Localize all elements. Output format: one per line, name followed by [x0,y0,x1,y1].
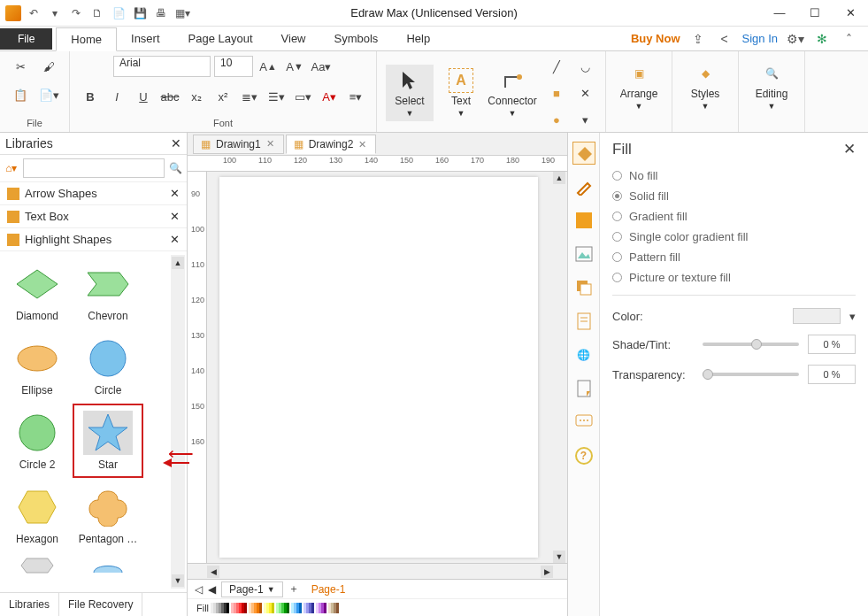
shape-star[interactable]: Star [73,404,143,478]
close-icon[interactable]: ✕ [358,139,366,150]
chevron-down-icon[interactable]: ▾ [849,310,856,323]
swatch-strip[interactable] [276,603,289,613]
libraries-scrollbar[interactable]: ▲ ▼ [171,255,185,589]
format-painter-icon[interactable]: 🖌 [37,55,60,78]
swatch-strip[interactable] [264,603,274,613]
shape-circle2[interactable]: Circle 2 [2,404,73,478]
copy-icon[interactable]: 📋 [9,83,32,106]
minimize-button[interactable]: — [762,0,797,27]
fill-bucket-icon[interactable] [572,142,595,165]
section-close-icon[interactable]: ✕ [170,187,180,200]
page-tab-active[interactable]: Page-1 [304,582,353,597]
footer-tab-libraries[interactable]: Libraries [0,593,59,616]
oval-shape-icon[interactable]: ● [545,108,568,131]
scroll-left-icon[interactable]: ◀ [207,566,219,578]
line-shape-icon[interactable]: ╱ [545,55,568,78]
search-icon[interactable]: 🔍 [168,160,184,176]
shape-circle[interactable]: Circle [73,329,143,404]
fill-option-solid[interactable]: Solid fill [612,186,856,206]
increase-font-icon[interactable]: A▲ [257,55,280,78]
transparency-spinner[interactable]: 0 % [808,365,856,384]
section-arrow-shapes[interactable]: Arrow Shapes✕ [0,182,187,205]
file-menu[interactable]: File [0,28,52,50]
scroll-up-icon[interactable]: ▲ [172,257,184,269]
fill-option-gradient[interactable]: Gradient fill [612,206,856,227]
swatch-strip[interactable] [316,603,326,613]
doc-tab-1[interactable]: ▦Drawing1✕ [193,135,284,154]
tab-symbols[interactable]: Symbols [320,27,393,50]
swatch-strip[interactable] [249,603,262,613]
swatch-strip[interactable] [211,603,229,613]
qat-new-icon[interactable]: 🗋 [88,4,106,22]
align-icon[interactable]: ≡▾ [344,85,367,108]
text-tool[interactable]: A Text▼ [437,65,485,121]
qat-print-icon[interactable]: 🖶 [152,4,170,22]
footer-tab-recovery[interactable]: File Recovery [59,593,142,616]
font-color-icon[interactable]: A▾ [318,85,341,108]
fill-option-single-gradient[interactable]: Single color gradient fill [612,227,856,247]
section-text-box[interactable]: Text Box✕ [0,205,187,228]
page-tab-1[interactable]: Page-1▼ [221,581,283,597]
tab-home[interactable]: Home [56,27,117,51]
decrease-font-icon[interactable]: A▼ [283,55,306,78]
libraries-search-input[interactable] [23,158,165,178]
swatch-strip[interactable] [291,603,302,613]
fill-option-pattern[interactable]: Pattern fill [612,247,856,267]
strike-button[interactable]: abc [158,85,181,108]
shade-slider[interactable] [703,343,799,346]
scroll-right-icon[interactable]: ▶ [541,566,553,578]
rect-shape-icon[interactable]: ■ [545,81,568,104]
settings-icon[interactable]: ⚙▾ [787,30,804,48]
more-shapes-icon[interactable]: ▾ [573,108,596,131]
color-picker[interactable] [793,308,841,324]
superscript-button[interactable]: x² [211,85,234,108]
export-icon[interactable]: ⇪ [689,30,707,48]
styles-tool[interactable]: ◆Styles▼ [681,58,729,114]
editing-tool[interactable]: 🔍Editing▼ [748,58,795,114]
fill-close-icon[interactable]: ✕ [843,140,856,158]
shape-pentagon[interactable]: Pentagon … [73,478,143,552]
image-icon[interactable] [572,243,595,266]
home-icon[interactable]: ⌂▾ [4,160,19,176]
logo-icon[interactable]: ✻ [813,30,831,48]
underline-button[interactable]: U [132,85,155,108]
close-button[interactable]: ✕ [833,0,868,27]
collapse-ribbon-icon[interactable]: ˄ [840,30,857,48]
share-icon[interactable]: < [716,30,734,48]
qat-more-icon[interactable]: ▦▾ [173,4,191,22]
arc-shape-icon[interactable]: ◡ [573,55,596,78]
section-highlight-shapes[interactable]: Highlight Shapes✕ [0,228,187,251]
qat-save-icon[interactable]: 💾 [131,4,149,22]
scroll-up-icon[interactable]: ▲ [553,172,565,184]
sign-in-link[interactable]: Sign In [742,32,778,45]
section-close-icon[interactable]: ✕ [170,233,180,246]
subscript-button[interactable]: x₂ [185,85,208,108]
color-square-icon[interactable] [572,209,595,232]
slider-knob[interactable] [703,369,713,380]
shape-partial2[interactable] [73,552,143,579]
line-spacing-icon[interactable]: ≣▾ [238,85,261,108]
qat-open-icon[interactable]: 📄 [110,4,127,22]
document-icon[interactable] [572,310,595,333]
section-close-icon[interactable]: ✕ [170,210,180,223]
cut-icon[interactable]: ✂ [9,55,32,78]
doc-tab-2[interactable]: ▦Drawing2✕ [286,135,377,154]
libraries-close-icon[interactable]: ✕ [171,136,181,150]
add-page-icon[interactable]: ＋ [288,581,299,597]
pages-prev2-icon[interactable]: ◀ [208,583,216,596]
cross-shape-icon[interactable]: ✕ [573,81,596,104]
fill-option-no-fill[interactable]: No fill [612,166,856,186]
scroll-down-icon[interactable]: ▼ [553,551,565,563]
slider-knob[interactable] [751,339,762,350]
font-size-select[interactable]: 10 [214,56,253,77]
app-icon[interactable] [5,5,21,21]
undo-dropdown[interactable]: ▾ [46,4,64,22]
note-icon[interactable] [572,377,595,400]
swatch-strip[interactable] [231,603,247,613]
pen-icon[interactable] [572,175,595,198]
maximize-button[interactable]: ☐ [797,0,833,27]
page-surface[interactable] [207,172,553,563]
swatch-strip[interactable] [303,603,314,613]
shape-hexagon[interactable]: Hexagon [2,478,73,552]
transparency-slider[interactable] [703,373,799,376]
